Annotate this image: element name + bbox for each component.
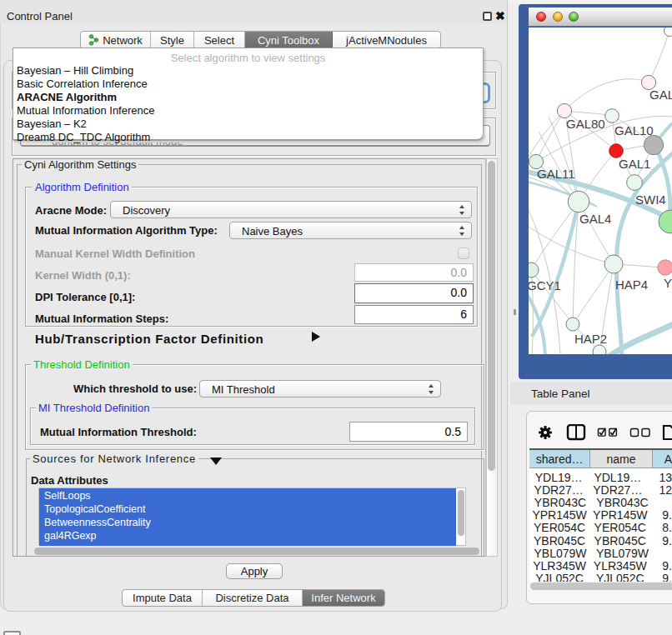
svg-text:GAL80: GAL80 [566,117,605,131]
svg-text:HAP4: HAP4 [615,278,648,292]
svg-text:GAL4: GAL4 [579,212,611,226]
svg-text:GAL11: GAL11 [537,167,575,181]
svg-text:GAL1: GAL1 [619,157,650,171]
svg-text:GCY1: GCY1 [529,278,561,292]
svg-text:HAP2: HAP2 [574,332,607,346]
svg-text:Y: Y [664,276,672,290]
svg-text:SWI4: SWI4 [635,192,666,207]
svg-text:GAL10: GAL10 [614,123,654,138]
svg-text:GAL7: GAL7 [649,88,672,102]
